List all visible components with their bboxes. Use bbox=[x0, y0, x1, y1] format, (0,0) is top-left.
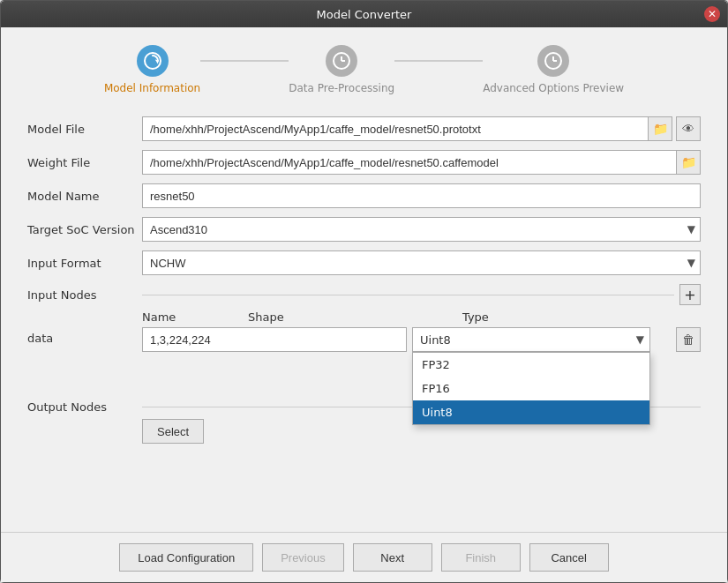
input-nodes-label: Input Nodes bbox=[27, 288, 142, 302]
node-type-wrapper: Uint8 ▼ FP32 FP16 Uint8 bbox=[412, 327, 671, 352]
titlebar: Model Converter ✕ bbox=[1, 1, 727, 27]
weight-file-folder-btn[interactable]: 📁 bbox=[676, 150, 701, 175]
step-circle-2 bbox=[326, 45, 357, 77]
main-window: Model Converter ✕ Model Information bbox=[0, 0, 728, 583]
step-advanced-options[interactable]: Advanced Options Preview bbox=[483, 45, 624, 94]
model-file-input[interactable] bbox=[142, 116, 648, 141]
node-shape-wrapper bbox=[142, 327, 407, 352]
step-model-information[interactable]: Model Information bbox=[104, 45, 200, 94]
refresh-icon bbox=[144, 52, 161, 70]
clock-icon-1 bbox=[333, 52, 350, 70]
type-option-fp32[interactable]: FP32 bbox=[413, 353, 649, 377]
select-output-nodes-btn[interactable]: Select bbox=[142, 419, 204, 444]
target-soc-row: Target SoC Version Ascend310 ▼ bbox=[27, 217, 701, 242]
wizard-steps: Model Information Data Pre-Processing bbox=[27, 45, 701, 94]
form-area: Model File 📁 👁 Weight File 📁 bbox=[27, 116, 701, 523]
input-format-row: Input Format NCHW ▼ bbox=[27, 250, 701, 275]
eye-icon: 👁 bbox=[682, 122, 694, 136]
type-select-display[interactable]: Uint8 ▼ bbox=[412, 327, 650, 352]
input-format-select[interactable]: NCHW bbox=[142, 250, 701, 275]
type-dropdown-menu: FP32 FP16 Uint8 bbox=[412, 352, 650, 425]
add-input-node-btn[interactable]: + bbox=[679, 284, 701, 305]
load-configuration-btn[interactable]: Load Configuration bbox=[119, 543, 253, 572]
weight-file-input[interactable] bbox=[142, 150, 676, 175]
input-nodes-header: Input Nodes + bbox=[27, 284, 701, 305]
weight-file-row: Weight File 📁 bbox=[27, 150, 701, 175]
type-option-uint8[interactable]: Uint8 bbox=[413, 400, 649, 424]
delete-icon: 🗑 bbox=[682, 333, 694, 347]
close-button[interactable]: ✕ bbox=[704, 6, 720, 22]
folder-icon-2: 📁 bbox=[681, 155, 696, 169]
next-btn[interactable]: Next bbox=[353, 543, 432, 572]
node-name-data: data bbox=[27, 327, 142, 345]
previous-btn[interactable]: Previous bbox=[262, 543, 344, 572]
target-soc-label: Target SoC Version bbox=[27, 223, 142, 236]
type-dropdown-arrow: ▼ bbox=[636, 333, 644, 346]
add-icon: + bbox=[684, 287, 695, 303]
close-icon: ✕ bbox=[708, 8, 717, 20]
step-circle-1 bbox=[137, 45, 169, 77]
step-circle-3 bbox=[537, 45, 569, 77]
model-file-input-wrapper: 📁 bbox=[142, 116, 672, 141]
table-header: Name Shape Type bbox=[142, 310, 701, 324]
type-option-fp16[interactable]: FP16 bbox=[413, 377, 649, 400]
footer: Load Configuration Previous Next Finish … bbox=[1, 532, 727, 582]
section-divider-1 bbox=[142, 295, 674, 295]
connector-1 bbox=[200, 60, 289, 62]
col-type-header: Type bbox=[462, 310, 701, 324]
connector-2 bbox=[394, 60, 483, 62]
col-shape-header: Shape bbox=[248, 310, 462, 324]
cancel-btn[interactable]: Cancel bbox=[529, 543, 609, 572]
step-label-1: Model Information bbox=[104, 82, 200, 94]
finish-btn[interactable]: Finish bbox=[441, 543, 521, 572]
main-content: Model Information Data Pre-Processing bbox=[1, 27, 727, 532]
target-soc-select[interactable]: Ascend310 bbox=[142, 217, 701, 242]
step-data-preprocessing[interactable]: Data Pre-Processing bbox=[289, 45, 394, 94]
input-format-label: Input Format bbox=[27, 257, 142, 270]
output-nodes-label: Output Nodes bbox=[27, 400, 142, 414]
input-format-select-wrapper: NCHW ▼ bbox=[142, 250, 701, 275]
step-label-3: Advanced Options Preview bbox=[483, 82, 624, 94]
delete-node-btn[interactable]: 🗑 bbox=[676, 327, 701, 352]
type-selected-value: Uint8 bbox=[420, 333, 451, 347]
model-file-folder-btn[interactable]: 📁 bbox=[648, 116, 672, 141]
model-file-row: Model File 📁 👁 bbox=[27, 116, 701, 141]
folder-icon-1: 📁 bbox=[653, 122, 668, 136]
step-label-2: Data Pre-Processing bbox=[289, 82, 394, 94]
node-shape-input[interactable] bbox=[142, 327, 407, 352]
model-name-row: Model Name bbox=[27, 183, 701, 208]
window-title: Model Converter bbox=[317, 8, 412, 21]
weight-file-label: Weight File bbox=[27, 156, 142, 169]
model-file-eye-btn[interactable]: 👁 bbox=[676, 116, 701, 141]
target-soc-select-wrapper: Ascend310 ▼ bbox=[142, 217, 701, 242]
col-name-header: Name bbox=[142, 310, 248, 324]
weight-file-input-wrapper: 📁 bbox=[142, 150, 701, 175]
clock-icon-2 bbox=[544, 52, 562, 70]
model-name-input[interactable] bbox=[142, 183, 701, 208]
input-node-row: data Uint8 ▼ FP32 FP16 Uint8 � bbox=[27, 327, 701, 352]
model-file-label: Model File bbox=[27, 123, 142, 136]
model-name-label: Model Name bbox=[27, 190, 142, 203]
